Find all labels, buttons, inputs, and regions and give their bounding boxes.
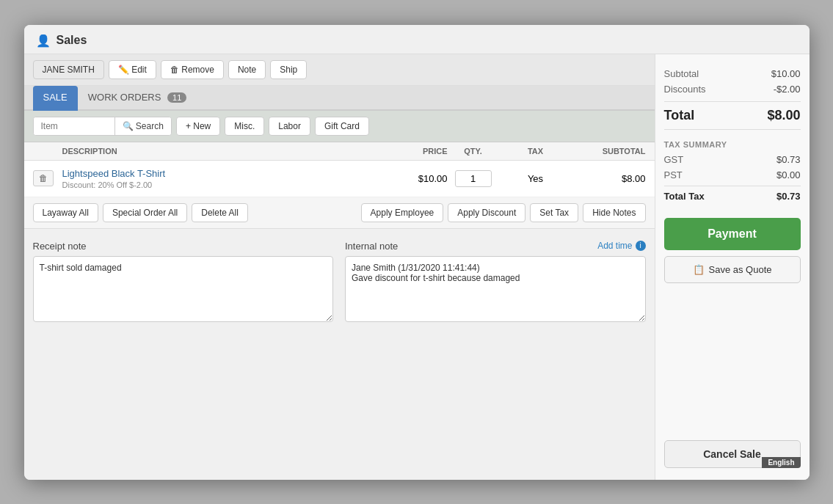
pst-row: PST $0.00	[664, 167, 801, 183]
col-delete	[33, 147, 62, 156]
total-label: Total	[664, 108, 695, 123]
new-button[interactable]: + New	[176, 117, 220, 136]
subtotal-label: Subtotal	[664, 68, 699, 79]
internal-note-textarea[interactable]: Jane Smith (1/31/2020 11:41:44) Gave dis…	[345, 256, 646, 322]
receipt-note-label: Receipt note	[33, 241, 334, 252]
row-delete-cell: 🗑	[33, 170, 62, 186]
total-tax-label: Total Tax	[664, 191, 705, 202]
search-button[interactable]: 🔍 Search	[114, 117, 171, 135]
labor-button[interactable]: Labor	[269, 117, 310, 136]
edit-icon: ✏️	[118, 65, 129, 75]
gst-label: GST	[664, 154, 684, 165]
layaway-all-button[interactable]: Layaway All	[33, 203, 98, 222]
customer-button[interactable]: JANE SMITH	[33, 60, 104, 79]
tab-sale[interactable]: SALE	[33, 86, 78, 111]
main-window: 👤 Sales JANE SMITH ✏️ Edit 🗑 Remove Note…	[24, 25, 810, 480]
item-input[interactable]	[34, 117, 114, 135]
tab-work-orders[interactable]: WORK ORDERS 11	[78, 86, 197, 111]
subtotal-row: Subtotal $10.00	[664, 66, 801, 81]
row-tax-cell: Yes	[499, 173, 572, 184]
total-tax-value: $0.73	[776, 191, 801, 202]
row-qty-cell	[448, 170, 499, 187]
apply-discount-button[interactable]: Apply Discount	[448, 203, 525, 222]
special-order-all-button[interactable]: Special Order All	[103, 203, 187, 222]
item-bar: 🔍 Search + New Misc. Labor Gift Card	[24, 111, 655, 142]
receipt-note-textarea[interactable]	[33, 256, 334, 322]
internal-note-controls: Add time i	[597, 241, 645, 251]
discounts-value: -$2.00	[774, 84, 801, 95]
col-description: DESCRIPTION	[62, 147, 374, 156]
ship-button[interactable]: Ship	[270, 60, 307, 79]
col-price: PRICE	[374, 147, 448, 156]
toolbar: JANE SMITH ✏️ Edit 🗑 Remove Note Ship	[24, 54, 655, 86]
gift-card-button[interactable]: Gift Card	[315, 117, 369, 136]
remove-button[interactable]: 🗑 Remove	[161, 60, 224, 79]
hide-notes-button[interactable]: Hide Notes	[583, 203, 645, 222]
total-tax-row: Total Tax $0.73	[664, 186, 801, 206]
set-tax-button[interactable]: Set Tax	[530, 203, 578, 222]
info-icon[interactable]: i	[636, 241, 646, 251]
save-as-quote-button[interactable]: 📋 Save as Quote	[664, 256, 801, 283]
action-bar: Layaway All Special Order All Delete All…	[24, 197, 655, 229]
qty-input[interactable]	[455, 170, 492, 187]
item-search-group: 🔍 Search	[33, 117, 172, 136]
window-title: Sales	[57, 34, 87, 47]
receipt-note-box: Receipt note	[33, 241, 334, 468]
table-row: 🗑 Lightspeed Black T-Shirt Discount: 20%…	[24, 161, 655, 197]
col-tax: TAX	[499, 147, 572, 156]
spacer	[664, 283, 801, 434]
apply-employee-button[interactable]: Apply Employee	[361, 203, 444, 222]
payment-button[interactable]: Payment	[664, 218, 801, 250]
delete-all-button[interactable]: Delete All	[192, 203, 248, 222]
subtotal-value: $10.00	[771, 68, 801, 79]
add-time-link[interactable]: Add time	[597, 241, 632, 251]
internal-note-header: Internal note Add time i	[345, 241, 646, 252]
col-subtotal: SUBTOTAL	[572, 147, 646, 156]
tabs-bar: SALE WORK ORDERS 11	[24, 86, 655, 111]
sales-icon: 👤	[36, 34, 51, 48]
right-panel: Subtotal $10.00 Discounts -$2.00 Total $…	[655, 54, 810, 480]
table-header: DESCRIPTION PRICE QTY. TAX SUBTOTAL	[24, 142, 655, 161]
gst-value: $0.73	[776, 154, 801, 165]
row-description-cell: Lightspeed Black T-Shirt Discount: 20% O…	[62, 168, 374, 189]
search-icon: 🔍	[123, 121, 134, 131]
gst-row: GST $0.73	[664, 152, 801, 167]
language-badge: English	[762, 457, 800, 468]
left-panel: JANE SMITH ✏️ Edit 🗑 Remove Note Ship SA…	[24, 54, 655, 480]
quote-icon: 📋	[693, 264, 705, 275]
delete-row-button[interactable]: 🗑	[33, 170, 54, 186]
item-name-link[interactable]: Lightspeed Black T-Shirt	[62, 168, 374, 179]
main-content: JANE SMITH ✏️ Edit 🗑 Remove Note Ship SA…	[24, 54, 810, 480]
row-subtotal-cell: $8.00	[572, 173, 646, 184]
note-button[interactable]: Note	[228, 60, 266, 79]
internal-note-label: Internal note	[345, 241, 398, 252]
remove-icon: 🗑	[170, 65, 179, 75]
notes-section: Receipt note Internal note Add time i Ja…	[24, 229, 655, 480]
work-orders-badge: 11	[167, 92, 186, 103]
tax-summary-heading: TAX SUMMARY	[664, 140, 801, 149]
cancel-wrapper: Cancel Sale English	[664, 440, 801, 468]
internal-note-box: Internal note Add time i Jane Smith (1/3…	[345, 241, 646, 468]
edit-button[interactable]: ✏️ Edit	[109, 60, 156, 79]
total-row: Total $8.00	[664, 101, 801, 130]
col-qty: QTY.	[448, 147, 499, 156]
discounts-row: Discounts -$2.00	[664, 81, 801, 97]
pst-label: PST	[664, 169, 683, 180]
row-price-cell: $10.00	[374, 173, 448, 184]
pst-value: $0.00	[776, 169, 801, 180]
misc-button[interactable]: Misc.	[225, 117, 264, 136]
discounts-label: Discounts	[664, 84, 706, 95]
total-value: $8.00	[767, 108, 800, 123]
cancel-sale-button[interactable]: Cancel Sale English	[664, 440, 801, 468]
item-discount-note: Discount: 20% Off $-2.00	[62, 180, 374, 189]
title-bar: 👤 Sales	[24, 25, 810, 54]
